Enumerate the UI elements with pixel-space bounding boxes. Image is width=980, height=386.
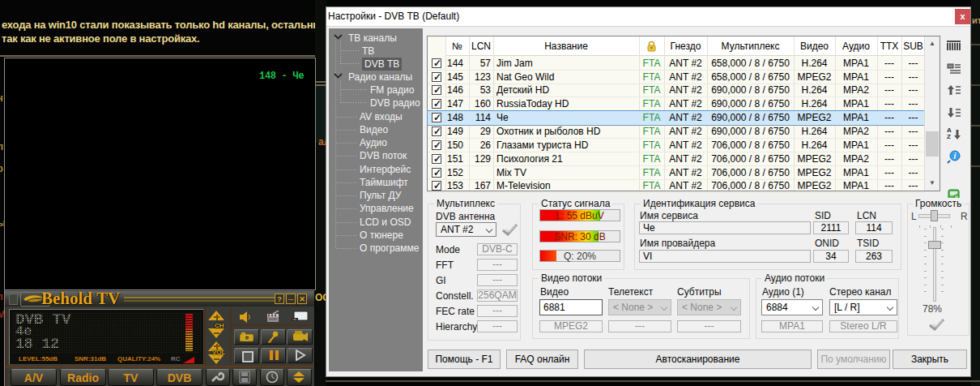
svg-text:i: i — [954, 152, 957, 161]
